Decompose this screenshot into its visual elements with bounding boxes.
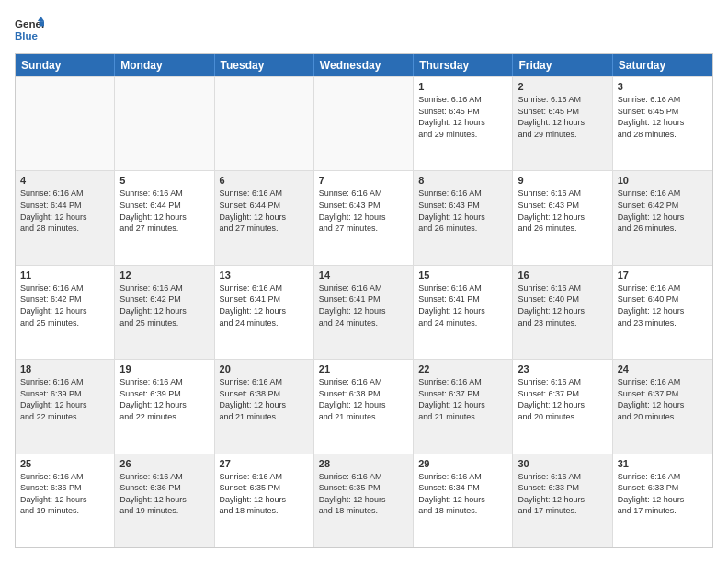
calendar-cell: 16Sunrise: 6:16 AM Sunset: 6:40 PM Dayli… [513,266,612,359]
weekday-header: Wednesday [314,54,414,76]
day-number: 1 [418,81,507,92]
day-info: Sunrise: 6:16 AM Sunset: 6:44 PM Dayligh… [220,188,309,234]
day-info: Sunrise: 6:16 AM Sunset: 6:45 PM Dayligh… [618,94,708,140]
day-number: 22 [418,363,507,374]
calendar-cell: 10Sunrise: 6:16 AM Sunset: 6:42 PM Dayli… [613,171,712,264]
calendar-cell: 27Sunrise: 6:16 AM Sunset: 6:35 PM Dayli… [215,454,314,547]
day-number: 9 [518,175,607,186]
day-info: Sunrise: 6:16 AM Sunset: 6:33 PM Dayligh… [518,471,607,517]
day-info: Sunrise: 6:16 AM Sunset: 6:45 PM Dayligh… [418,94,507,140]
day-number: 14 [319,270,408,281]
day-number: 24 [618,363,708,374]
calendar-cell: 8Sunrise: 6:16 AM Sunset: 6:43 PM Daylig… [414,171,513,264]
calendar-cell: 15Sunrise: 6:16 AM Sunset: 6:41 PM Dayli… [414,266,513,359]
calendar-week-row: 11Sunrise: 6:16 AM Sunset: 6:42 PM Dayli… [16,265,712,359]
day-info: Sunrise: 6:16 AM Sunset: 6:36 PM Dayligh… [20,471,109,517]
day-number: 18 [20,363,109,374]
calendar-cell: 19Sunrise: 6:16 AM Sunset: 6:39 PM Dayli… [115,360,214,453]
weekday-header: Friday [513,54,612,76]
calendar-cell: 30Sunrise: 6:16 AM Sunset: 6:33 PM Dayli… [513,454,612,547]
day-info: Sunrise: 6:16 AM Sunset: 6:41 PM Dayligh… [220,282,309,328]
calendar-week-row: 1Sunrise: 6:16 AM Sunset: 6:45 PM Daylig… [16,76,712,170]
calendar-cell: 28Sunrise: 6:16 AM Sunset: 6:35 PM Dayli… [314,454,414,547]
day-number: 8 [418,175,507,186]
day-info: Sunrise: 6:16 AM Sunset: 6:40 PM Dayligh… [618,282,708,328]
calendar-cell [115,77,214,170]
calendar-cell [16,77,115,170]
day-info: Sunrise: 6:16 AM Sunset: 6:42 PM Dayligh… [119,282,209,328]
day-number: 10 [618,175,708,186]
day-info: Sunrise: 6:16 AM Sunset: 6:44 PM Dayligh… [20,188,109,234]
day-number: 11 [20,270,109,281]
day-info: Sunrise: 6:16 AM Sunset: 6:39 PM Dayligh… [20,376,109,422]
day-info: Sunrise: 6:16 AM Sunset: 6:43 PM Dayligh… [418,188,507,234]
day-number: 2 [518,81,607,92]
calendar-cell: 9Sunrise: 6:16 AM Sunset: 6:43 PM Daylig… [513,171,612,264]
calendar-cell: 29Sunrise: 6:16 AM Sunset: 6:34 PM Dayli… [414,454,513,547]
day-number: 19 [119,363,209,374]
day-info: Sunrise: 6:16 AM Sunset: 6:41 PM Dayligh… [319,282,408,328]
day-info: Sunrise: 6:16 AM Sunset: 6:36 PM Dayligh… [119,471,209,517]
svg-marker-3 [40,21,44,26]
day-number: 21 [319,363,408,374]
day-info: Sunrise: 6:16 AM Sunset: 6:37 PM Dayligh… [618,376,708,422]
day-number: 7 [319,175,408,186]
weekday-header: Thursday [414,54,513,76]
day-number: 6 [220,175,309,186]
calendar: SundayMondayTuesdayWednesdayThursdayFrid… [15,53,713,548]
day-number: 23 [518,363,607,374]
calendar-cell: 22Sunrise: 6:16 AM Sunset: 6:37 PM Dayli… [414,360,513,453]
calendar-cell: 17Sunrise: 6:16 AM Sunset: 6:40 PM Dayli… [613,266,712,359]
calendar-cell: 25Sunrise: 6:16 AM Sunset: 6:36 PM Dayli… [16,454,115,547]
day-info: Sunrise: 6:16 AM Sunset: 6:38 PM Dayligh… [220,376,309,422]
calendar-cell: 1Sunrise: 6:16 AM Sunset: 6:45 PM Daylig… [414,77,513,170]
day-info: Sunrise: 6:16 AM Sunset: 6:35 PM Dayligh… [319,471,408,517]
calendar-cell: 6Sunrise: 6:16 AM Sunset: 6:44 PM Daylig… [215,171,314,264]
day-info: Sunrise: 6:16 AM Sunset: 6:43 PM Dayligh… [319,188,408,234]
calendar-week-row: 25Sunrise: 6:16 AM Sunset: 6:36 PM Dayli… [16,454,712,547]
day-number: 5 [119,175,209,186]
calendar-cell: 21Sunrise: 6:16 AM Sunset: 6:38 PM Dayli… [314,360,414,453]
day-info: Sunrise: 6:16 AM Sunset: 6:43 PM Dayligh… [518,188,607,234]
calendar-week-row: 4Sunrise: 6:16 AM Sunset: 6:44 PM Daylig… [16,170,712,264]
day-info: Sunrise: 6:16 AM Sunset: 6:41 PM Dayligh… [418,282,507,328]
day-number: 27 [220,458,309,469]
day-info: Sunrise: 6:16 AM Sunset: 6:37 PM Dayligh… [518,376,607,422]
calendar-header: SundayMondayTuesdayWednesdayThursdayFrid… [16,54,712,76]
day-info: Sunrise: 6:16 AM Sunset: 6:44 PM Dayligh… [119,188,209,234]
day-number: 15 [418,270,507,281]
day-info: Sunrise: 6:16 AM Sunset: 6:40 PM Dayligh… [518,282,607,328]
calendar-cell: 14Sunrise: 6:16 AM Sunset: 6:41 PM Dayli… [314,266,414,359]
day-number: 26 [119,458,209,469]
calendar-cell: 5Sunrise: 6:16 AM Sunset: 6:44 PM Daylig… [115,171,214,264]
weekday-header: Monday [115,54,214,76]
day-number: 30 [518,458,607,469]
weekday-header: Tuesday [215,54,314,76]
day-info: Sunrise: 6:16 AM Sunset: 6:37 PM Dayligh… [418,376,507,422]
logo-icon: General Blue [15,15,44,44]
calendar-cell [215,77,314,170]
page-header: General Blue [15,15,713,44]
day-number: 29 [418,458,507,469]
calendar-cell: 3Sunrise: 6:16 AM Sunset: 6:45 PM Daylig… [613,77,712,170]
day-number: 16 [518,270,607,281]
day-number: 4 [20,175,109,186]
calendar-cell [314,77,414,170]
calendar-cell: 7Sunrise: 6:16 AM Sunset: 6:43 PM Daylig… [314,171,414,264]
calendar-cell: 20Sunrise: 6:16 AM Sunset: 6:38 PM Dayli… [215,360,314,453]
calendar-cell: 18Sunrise: 6:16 AM Sunset: 6:39 PM Dayli… [16,360,115,453]
day-info: Sunrise: 6:16 AM Sunset: 6:39 PM Dayligh… [119,376,209,422]
day-number: 28 [319,458,408,469]
day-info: Sunrise: 6:16 AM Sunset: 6:42 PM Dayligh… [618,188,708,234]
day-info: Sunrise: 6:16 AM Sunset: 6:42 PM Dayligh… [20,282,109,328]
calendar-cell: 24Sunrise: 6:16 AM Sunset: 6:37 PM Dayli… [613,360,712,453]
calendar-cell: 12Sunrise: 6:16 AM Sunset: 6:42 PM Dayli… [115,266,214,359]
calendar-cell: 23Sunrise: 6:16 AM Sunset: 6:37 PM Dayli… [513,360,612,453]
day-info: Sunrise: 6:16 AM Sunset: 6:34 PM Dayligh… [418,471,507,517]
calendar-cell: 13Sunrise: 6:16 AM Sunset: 6:41 PM Dayli… [215,266,314,359]
day-number: 13 [220,270,309,281]
day-number: 31 [618,458,708,469]
calendar-cell: 4Sunrise: 6:16 AM Sunset: 6:44 PM Daylig… [16,171,115,264]
day-info: Sunrise: 6:16 AM Sunset: 6:35 PM Dayligh… [220,471,309,517]
logo: General Blue [15,15,44,44]
